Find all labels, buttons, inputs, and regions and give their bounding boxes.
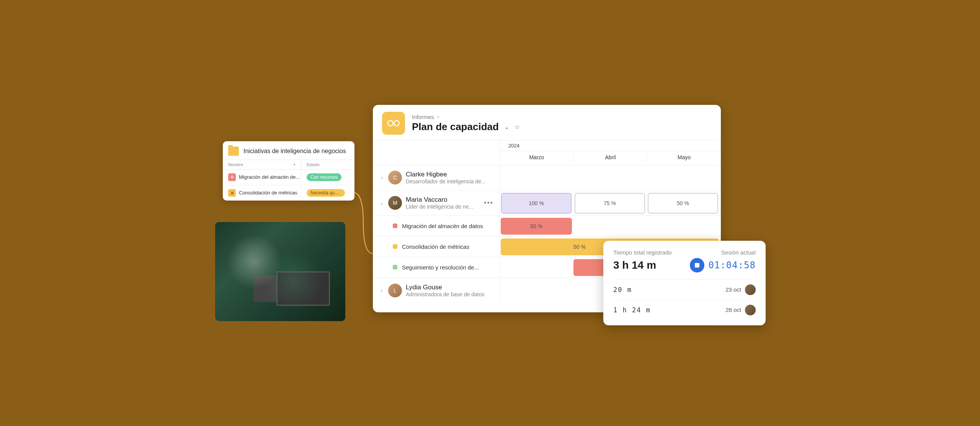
row-name: Consolidación de métricas bbox=[239, 190, 297, 196]
total-time-value: 3 h 14 m bbox=[613, 259, 656, 271]
person-role: Líder de inteligencia de ne... bbox=[406, 204, 480, 210]
task-name: Consolidación de métricas bbox=[402, 243, 469, 250]
chevron-right-icon[interactable]: › bbox=[379, 288, 384, 293]
log-duration: 1 h 24 m bbox=[613, 306, 651, 314]
session-label: Sesión actual bbox=[721, 249, 756, 256]
person-name: Clarke Higbee bbox=[406, 171, 493, 178]
person-name: Maria Vaccaro bbox=[406, 196, 480, 204]
project-icon: ⚙ bbox=[228, 173, 236, 181]
task-color-dot bbox=[393, 265, 397, 269]
person-row[interactable]: › C Clarke Higbee Desarrollador de intel… bbox=[373, 165, 721, 191]
log-date: 23 oct bbox=[725, 286, 741, 293]
table-row[interactable]: ⚙ Migración del almacén de... Con recurs… bbox=[223, 170, 354, 185]
time-log-row[interactable]: 1 h 24 m 28 oct bbox=[613, 300, 756, 320]
month-header: Mayo bbox=[647, 151, 721, 163]
total-time-label: Tiempo total registrado bbox=[613, 249, 672, 256]
task-color-dot bbox=[393, 224, 397, 228]
table-row[interactable]: ▣ Consolidación de métricas Necesita que… bbox=[223, 185, 354, 201]
status-badge: Necesita que se... bbox=[307, 189, 345, 197]
capacity-bar[interactable]: 100 % bbox=[501, 193, 572, 214]
column-header-state[interactable]: Estado bbox=[301, 160, 354, 169]
svg-point-0 bbox=[388, 121, 393, 126]
session-time-value: 01:04:58 bbox=[708, 260, 756, 271]
avatar bbox=[745, 284, 756, 295]
chevron-down-icon: ▾ bbox=[294, 163, 296, 166]
avatar: L bbox=[388, 284, 402, 297]
page-title: Plan de capacidad bbox=[412, 121, 499, 133]
chevron-right-icon: › bbox=[437, 114, 439, 119]
chevron-right-icon[interactable]: › bbox=[379, 175, 384, 180]
title-dropdown-icon[interactable]: ⌄ bbox=[504, 123, 509, 131]
avatar: C bbox=[388, 171, 402, 184]
row-name: Migración del almacén de... bbox=[239, 174, 300, 180]
person-row[interactable]: ⌄ M Maria Vaccaro Líder de inteligencia … bbox=[373, 191, 721, 216]
star-icon[interactable]: ☆ bbox=[514, 123, 520, 131]
status-badge: Con recursos bbox=[307, 173, 341, 181]
avatar bbox=[745, 305, 756, 315]
report-folder-icon bbox=[382, 112, 405, 135]
column-header-name[interactable]: Nombre ▾ bbox=[223, 160, 301, 169]
person-role: Administradora de base de datos bbox=[406, 291, 493, 297]
more-icon[interactable]: ••• bbox=[484, 199, 493, 207]
svg-point-1 bbox=[394, 121, 399, 126]
avatar: M bbox=[388, 196, 402, 210]
folder-title: Iniciativas de inteligencia de negocios bbox=[243, 148, 346, 155]
allocation-bar[interactable]: 50 % bbox=[501, 218, 572, 235]
month-header: Marzo bbox=[500, 151, 574, 163]
capacity-bar[interactable]: 75 % bbox=[575, 193, 645, 214]
person-name: Lydia Gouse bbox=[406, 284, 493, 291]
log-duration: 20 m bbox=[613, 286, 632, 294]
project-icon: ▣ bbox=[228, 189, 236, 197]
breadcrumb[interactable]: Informes › bbox=[412, 114, 520, 120]
folder-initiatives-card: Iniciativas de inteligencia de negocios … bbox=[223, 141, 354, 201]
time-log-row[interactable]: 20 m 23 oct bbox=[613, 280, 756, 300]
log-date: 28 oct bbox=[725, 307, 741, 313]
stop-timer-button[interactable] bbox=[690, 258, 704, 273]
timeline-year: 2024 bbox=[500, 140, 721, 151]
time-tracking-card: Tiempo total registrado Sesión actual 3 … bbox=[603, 241, 766, 325]
capacity-bar[interactable]: 50 % bbox=[648, 193, 718, 214]
chevron-down-icon[interactable]: ⌄ bbox=[379, 200, 384, 206]
month-header: Abril bbox=[574, 151, 648, 163]
folder-icon bbox=[228, 147, 239, 156]
task-row[interactable]: Migración del almacén de datos 50 % bbox=[373, 216, 721, 237]
task-color-dot bbox=[393, 244, 397, 249]
task-name: Migración del almacén de datos bbox=[402, 223, 483, 229]
connector-line bbox=[353, 193, 373, 254]
person-role: Desarrollador de inteligencia de... bbox=[406, 178, 493, 184]
decorative-photo bbox=[215, 222, 345, 321]
task-name: Seguimiento y resolución de... bbox=[402, 264, 479, 271]
